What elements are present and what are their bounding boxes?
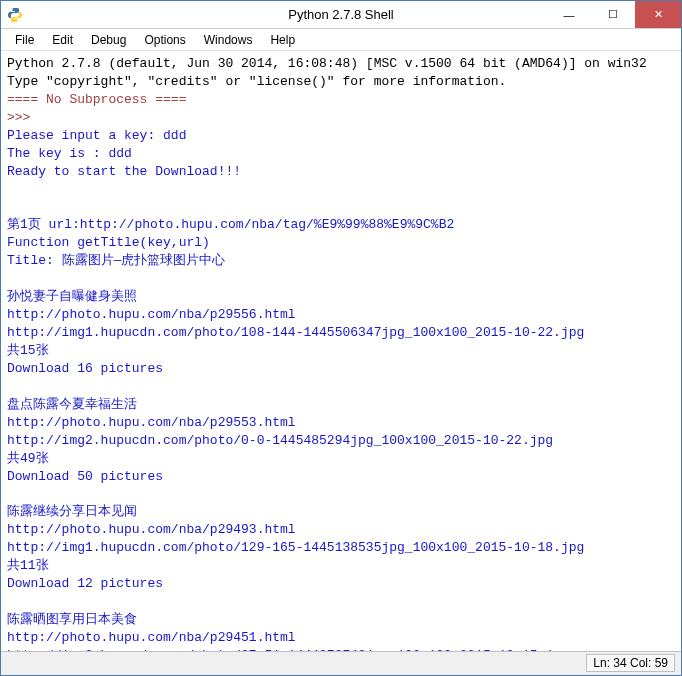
output-line: 陈露继续分享日本见闻 bbox=[7, 504, 137, 519]
subprocess-line: ==== No Subprocess ==== bbox=[7, 92, 186, 107]
output-line: http://img1.hupucdn.com/photo/108-144-14… bbox=[7, 325, 584, 340]
svg-point-1 bbox=[17, 19, 18, 20]
output-line: Please input a key: ddd bbox=[7, 128, 186, 143]
output-line: 共49张 bbox=[7, 451, 49, 466]
close-button[interactable]: ✕ bbox=[635, 1, 681, 28]
output-line: 共11张 bbox=[7, 558, 49, 573]
menu-help[interactable]: Help bbox=[262, 31, 303, 49]
output-line bbox=[7, 379, 15, 394]
menu-options[interactable]: Options bbox=[136, 31, 193, 49]
output-line: Download 12 pictures bbox=[7, 576, 163, 591]
output-line: http://photo.hupu.com/nba/p29493.html bbox=[7, 522, 296, 537]
output-line: Title: 陈露图片—虎扑篮球图片中心 bbox=[7, 253, 225, 268]
python-icon bbox=[7, 7, 23, 23]
output-line: http://photo.hupu.com/nba/p29451.html bbox=[7, 630, 296, 645]
output-line: The key is : ddd bbox=[7, 146, 132, 161]
output-line: 孙悦妻子自曝健身美照 bbox=[7, 289, 137, 304]
output-line: http://photo.hupu.com/nba/p29553.html bbox=[7, 415, 296, 430]
output-line: Function getTitle(key,url) bbox=[7, 235, 210, 250]
output-line: http://photo.hupu.com/nba/p29556.html bbox=[7, 307, 296, 322]
output-line bbox=[7, 487, 15, 502]
maximize-button[interactable]: ☐ bbox=[591, 1, 635, 28]
output-line: Download 16 pictures bbox=[7, 361, 163, 376]
output-line: http://img2.hupucdn.com/photo/0-0-144548… bbox=[7, 433, 553, 448]
output-line bbox=[7, 200, 15, 215]
output-line: 第1页 url:http://photo.hupu.com/nba/tag/%E… bbox=[7, 217, 454, 232]
titlebar: Python 2.7.8 Shell — ☐ ✕ bbox=[1, 1, 681, 29]
cursor-position: Ln: 34 Col: 59 bbox=[586, 654, 675, 672]
banner-line: Python 2.7.8 (default, Jun 30 2014, 16:0… bbox=[7, 56, 647, 71]
output-line: Ready to start the Download!!! bbox=[7, 164, 241, 179]
statusbar: Ln: 34 Col: 59 bbox=[1, 651, 681, 673]
menubar: File Edit Debug Options Windows Help bbox=[1, 29, 681, 51]
output-line: http://img1.hupucdn.com/photo/129-165-14… bbox=[7, 540, 584, 555]
output-line: Download 50 pictures bbox=[7, 469, 163, 484]
output-line: 陈露晒图享用日本美食 bbox=[7, 612, 137, 627]
banner-line: Type "copyright", "credits" or "license(… bbox=[7, 74, 506, 89]
output-line: 盘点陈露今夏幸福生活 bbox=[7, 397, 137, 412]
output-line: http://img2.hupucdn.com/photo/87-51-1444… bbox=[7, 648, 569, 651]
output-line bbox=[7, 594, 15, 609]
output-line bbox=[7, 182, 15, 197]
minimize-button[interactable]: — bbox=[547, 1, 591, 28]
console-output[interactable]: Python 2.7.8 (default, Jun 30 2014, 16:0… bbox=[1, 51, 681, 651]
output-line bbox=[7, 271, 15, 286]
svg-point-0 bbox=[12, 9, 13, 10]
output-line: 共15张 bbox=[7, 343, 49, 358]
prompt: >>> bbox=[7, 110, 38, 125]
menu-edit[interactable]: Edit bbox=[44, 31, 81, 49]
menu-file[interactable]: File bbox=[7, 31, 42, 49]
menu-debug[interactable]: Debug bbox=[83, 31, 134, 49]
menu-windows[interactable]: Windows bbox=[196, 31, 261, 49]
window-controls: — ☐ ✕ bbox=[547, 1, 681, 28]
